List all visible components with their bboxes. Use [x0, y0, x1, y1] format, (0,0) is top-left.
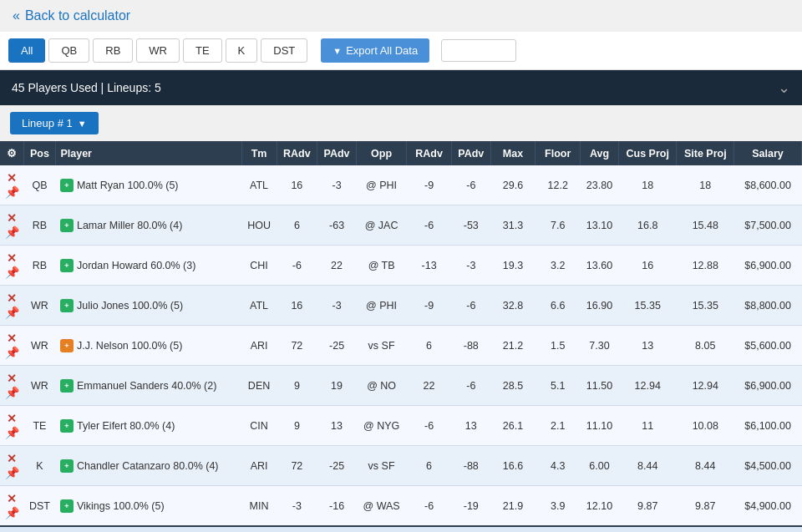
search-input[interactable]: [441, 39, 516, 62]
row-padv2: 13: [451, 406, 490, 446]
row-pos: TE: [23, 406, 56, 446]
row-avg: 6.00: [581, 446, 619, 486]
row-pos: DST: [23, 486, 56, 527]
col-padv2: PAdv: [451, 141, 490, 165]
row-pos: K: [23, 446, 56, 486]
filter-btn-k[interactable]: K: [226, 38, 258, 63]
totals-salary: $59,800.00: [734, 526, 802, 532]
remove-button[interactable]: ✕: [7, 492, 17, 505]
export-label: Export All Data: [346, 44, 418, 57]
remove-button[interactable]: ✕: [7, 171, 17, 185]
table-row: ✕ 📌 WR + J.J. Nelson 100.0% (5) ARI 72 -…: [0, 326, 802, 366]
row-opp: vs SF: [356, 446, 406, 486]
pin-icon[interactable]: 📌: [5, 426, 19, 439]
row-pos: WR: [23, 286, 56, 326]
player-name: Chandler Catanzaro 80.0% (4): [77, 460, 219, 472]
row-cus-proj: 8.44: [618, 446, 676, 486]
row-actions: ✕ 📌: [0, 366, 23, 406]
back-icon: «: [13, 8, 20, 23]
row-site-proj: 10.08: [677, 406, 734, 446]
pin-icon[interactable]: 📌: [5, 266, 19, 279]
pin-icon[interactable]: 📌: [5, 225, 19, 239]
filter-btn-te[interactable]: TE: [183, 38, 222, 63]
row-avg: 13.10: [581, 205, 619, 246]
row-actions: ✕ 📌: [0, 326, 23, 366]
filter-btn-wr[interactable]: WR: [136, 38, 180, 63]
row-player: + J.J. Nelson 100.0% (5): [56, 326, 241, 366]
player-name: Matt Ryan 100.0% (5): [77, 180, 179, 191]
remove-button[interactable]: ✕: [7, 291, 17, 305]
filter-btn-dst[interactable]: DST: [261, 38, 307, 63]
remove-button[interactable]: ✕: [7, 332, 17, 345]
pin-icon[interactable]: 📌: [5, 306, 19, 319]
pin-icon[interactable]: 📌: [5, 346, 19, 359]
remove-button[interactable]: ✕: [7, 452, 17, 465]
row-floor: 1.5: [536, 326, 581, 366]
export-button[interactable]: Export All Data: [321, 38, 429, 63]
col-max: Max: [490, 141, 536, 165]
row-max: 19.3: [490, 246, 536, 286]
row-floor: 6.6: [536, 286, 581, 326]
pin-icon[interactable]: 📌: [5, 466, 19, 479]
lineup-dropdown[interactable]: Lineup # 1: [10, 112, 99, 134]
row-floor: 3.9: [536, 486, 581, 527]
row-radv2: 6: [407, 326, 452, 366]
remove-button[interactable]: ✕: [7, 211, 17, 225]
row-salary: $5,600.00: [734, 326, 802, 366]
totals-site-proj: [677, 526, 734, 532]
table-header: ⚙ Pos Player Tm RAdv PAdv Opp RAdv PAdv …: [0, 141, 802, 165]
row-padv1: 13: [317, 406, 357, 446]
row-actions: ✕ 📌: [0, 286, 23, 326]
remove-button[interactable]: ✕: [7, 372, 17, 385]
col-player: Player: [56, 141, 241, 165]
filter-btn-qb[interactable]: QB: [48, 38, 89, 63]
row-padv1: -16: [317, 486, 357, 527]
row-padv2: -6: [451, 165, 490, 205]
row-avg: 7.30: [581, 326, 619, 366]
row-radv1: 72: [277, 446, 317, 486]
row-radv1: 9: [277, 406, 317, 446]
row-opp: @ NO: [356, 366, 406, 406]
totals-radv2: 227.30: [407, 526, 452, 532]
row-actions: ✕ 📌: [0, 446, 23, 486]
remove-button[interactable]: ✕: [7, 251, 17, 265]
row-cus-proj: 15.35: [618, 286, 676, 326]
row-actions: ✕ 📌: [0, 486, 23, 527]
players-table: ⚙ Pos Player Tm RAdv PAdv Opp RAdv PAdv …: [0, 141, 802, 532]
table-row: ✕ 📌 QB + Matt Ryan 100.0% (5) ATL 16 -3 …: [0, 165, 802, 205]
row-player: + Emmanuel Sanders 40.0% (2): [56, 366, 241, 406]
player-name: Lamar Miller 80.0% (4): [77, 220, 182, 231]
player-name: Julio Jones 100.0% (5): [77, 300, 183, 312]
row-opp: vs SF: [356, 326, 406, 366]
row-salary: $4,500.00: [734, 446, 802, 486]
table-row: ✕ 📌 RB + Lamar Miller 80.0% (4) HOU 6 -6…: [0, 205, 802, 246]
row-max: 31.3: [490, 205, 536, 246]
row-radv1: -3: [277, 486, 317, 527]
totals-spacer: Totals: [0, 526, 407, 532]
row-floor: 3.2: [536, 246, 581, 286]
pin-icon[interactable]: 📌: [5, 185, 19, 199]
pin-icon[interactable]: 📌: [5, 506, 19, 519]
col-pos: Pos: [23, 141, 56, 165]
col-radv1: RAdv: [277, 141, 317, 165]
row-max: 21.2: [490, 326, 536, 366]
row-radv2: 22: [407, 366, 452, 406]
row-floor: 7.6: [536, 205, 581, 246]
player-type-icon: +: [60, 499, 74, 513]
pin-icon[interactable]: 📌: [5, 386, 19, 399]
row-salary: $6,100.00: [734, 406, 802, 446]
row-site-proj: 8.05: [677, 326, 734, 366]
row-floor: 2.1: [536, 406, 581, 446]
row-padv2: -53: [451, 205, 490, 246]
filter-bar: AllQBRBWRTEKDST Export All Data: [0, 32, 802, 70]
back-link[interactable]: « Back to calculator: [0, 0, 802, 32]
row-player: + Julio Jones 100.0% (5): [56, 286, 241, 326]
remove-button[interactable]: ✕: [7, 412, 17, 425]
totals-padv2: 46.50: [451, 526, 490, 532]
row-salary: $8,600.00: [734, 165, 802, 205]
filter-btn-rb[interactable]: RB: [93, 38, 133, 63]
filter-btn-all[interactable]: All: [8, 38, 45, 63]
summary-bar: 45 Players Used | Lineups: 5 ⌄: [0, 70, 802, 105]
row-player: + Jordan Howard 60.0% (3): [56, 246, 241, 286]
row-padv1: -63: [317, 205, 357, 246]
